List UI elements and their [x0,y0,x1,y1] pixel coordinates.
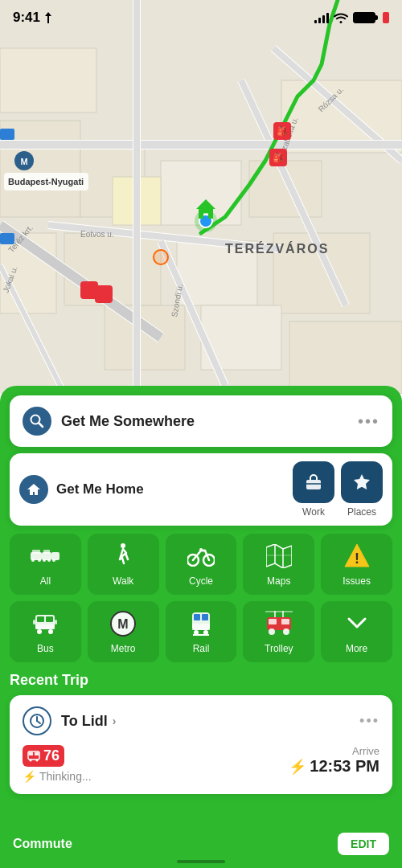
trip-route: 76 ⚡ Thinking... [23,745,92,783]
svg-text:🎒: 🎒 [277,125,288,137]
arrive-section: Arrive ⚡ 12:53 PM [289,745,379,776]
svg-text:Eotvos u.: Eotvos u. [80,230,114,239]
rail-label: Rail [193,643,210,654]
svg-rect-79 [46,616,53,622]
places-icon-wrap [341,461,383,503]
maps-transport-icon [265,542,293,571]
search-icon-wrap[interactable] [23,407,51,436]
home-indicator [177,860,225,863]
issues-transport-icon: ! [343,542,371,571]
svg-point-67 [121,543,125,548]
issues-icon: ! [343,542,371,570]
svg-rect-78 [37,616,44,622]
maps-label: Maps [267,575,290,587]
transport-bus-button[interactable]: Bus [10,601,81,662]
transport-rail-button[interactable]: Rail [166,601,237,662]
trolley-icon [265,611,293,637]
svg-rect-97 [281,619,289,624]
svg-point-98 [269,628,275,635]
svg-point-82 [48,629,53,634]
trip-destination: To Lidl › [61,713,350,730]
transport-grid: All Walk [10,534,392,662]
more-transport-icon [343,609,371,638]
signal-icon [314,12,329,23]
svg-rect-84 [55,620,57,624]
metro-transport-icon: M [109,609,137,638]
more-label: More [346,643,367,654]
transport-cycle-button[interactable]: Cycle [166,534,237,595]
star-icon [352,473,371,492]
svg-rect-96 [269,619,277,624]
svg-rect-108 [35,752,39,755]
notification-dot [383,12,389,23]
walk-icon [114,543,132,569]
svg-rect-65 [51,552,59,560]
thinking-text: ⚡ Thinking... [23,770,92,783]
transport-walk-button[interactable]: Walk [88,534,159,595]
svg-point-59 [31,559,35,562]
svg-text:!: ! [355,551,359,567]
work-button[interactable]: Work [293,461,334,518]
transport-issues-button[interactable]: ! Issues [321,534,392,595]
transport-maps-button[interactable]: Maps [243,534,314,595]
tram-icon [27,751,40,762]
all-label: All [40,575,51,587]
svg-text:M: M [20,157,27,166]
svg-point-99 [283,628,289,635]
work-icon-wrap [293,461,334,503]
svg-rect-90 [202,614,208,620]
svg-text:🎒: 🎒 [273,152,284,163]
cycle-icon [187,546,215,567]
status-time: 9:41 [13,10,53,26]
svg-rect-83 [33,620,35,624]
svg-rect-62 [43,550,50,554]
home-icon-wrap [19,475,48,504]
work-label: Work [302,506,325,518]
svg-rect-80 [35,624,55,629]
svg-rect-89 [194,614,200,620]
transport-metro-button[interactable]: M Metro [88,601,159,662]
transport-all-button[interactable]: All [10,534,81,595]
rail-icon [190,611,212,637]
svg-line-54 [39,423,43,427]
metro-label: Metro [111,643,136,654]
trip-card[interactable]: To Lidl › ••• [10,695,392,794]
map-view[interactable]: Teréz krt. Eotvos u. Szondi u. Izabella … [0,0,402,394]
svg-point-110 [36,759,39,761]
arrive-label: Arrive [289,745,379,757]
transport-more-button[interactable]: More [321,601,392,662]
rail-transport-icon [187,609,215,638]
route-number-text: 76 [43,747,59,764]
bus-label: Bus [37,643,54,654]
trip-details: 76 ⚡ Thinking... Arrive ⚡ 12:53 PM [23,745,379,783]
svg-rect-58 [32,550,40,554]
edit-button[interactable]: EDIT [338,833,389,855]
clock-svg [29,713,45,729]
bus-transport-icon [31,609,59,638]
svg-text:M: M [118,617,129,631]
bottom-panel: Get Me Somewhere ••• Get Me Home Work [0,386,402,868]
bus-icon [33,612,57,636]
svg-point-64 [47,559,51,562]
lightning-icon: ⚡ [289,758,306,776]
svg-point-109 [30,759,32,761]
search-more-button[interactable]: ••• [358,412,379,431]
get-me-home-button[interactable]: Get Me Home [19,475,286,504]
quick-actions: Get Me Home Work Places [10,453,392,526]
more-icon [346,612,368,635]
destination-text: To Lidl [61,713,108,730]
destination-arrow: › [113,714,117,727]
search-title: Get Me Somewhere [61,413,348,430]
bottom-bar: Commute EDIT [0,826,402,868]
tram-badge: 76 [23,745,64,767]
svg-rect-1 [0,48,96,113]
status-icons [314,12,389,23]
trip-more-button[interactable]: ••• [359,713,379,730]
search-bar[interactable]: Get Me Somewhere ••• [10,395,392,447]
recent-trip-section: Recent Trip To Lidl › ••• [10,672,392,794]
svg-point-63 [43,559,46,562]
places-button[interactable]: Places [341,461,383,518]
svg-text:Budapest-Nyugati: Budapest-Nyugati [8,177,84,186]
transport-trolley-button[interactable]: Trolley [243,601,314,662]
search-icon [30,414,44,428]
